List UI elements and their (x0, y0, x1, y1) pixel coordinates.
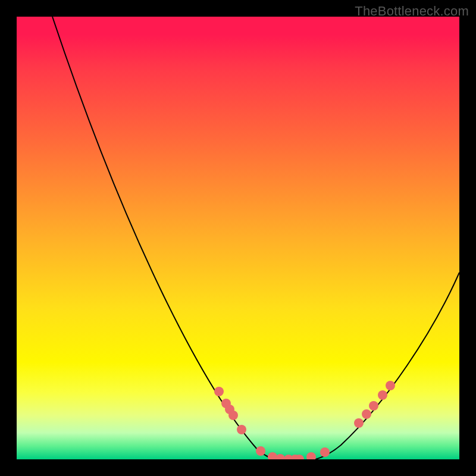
data-dot (369, 401, 378, 411)
data-dot (214, 387, 224, 396)
data-dot (256, 446, 265, 456)
data-dot (237, 425, 246, 434)
dots-group (214, 381, 395, 459)
plot-area (17, 17, 459, 459)
data-dot (378, 390, 387, 400)
data-dot (228, 411, 238, 420)
bottleneck-curve (52, 17, 459, 459)
data-dot (386, 381, 395, 390)
data-dot (306, 452, 316, 459)
data-dot (320, 447, 330, 457)
data-dot (275, 454, 285, 459)
data-dot (362, 409, 371, 419)
data-dot (354, 418, 364, 428)
watermark-text: TheBottleneck.com (355, 4, 469, 19)
curve-layer (17, 17, 459, 459)
chart-frame: TheBottleneck.com (0, 0, 476, 476)
